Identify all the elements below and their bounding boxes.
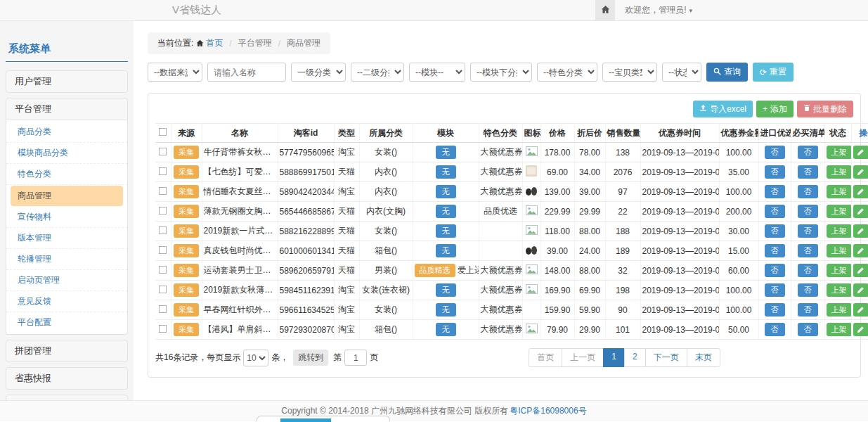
pager-button[interactable]: 末页 <box>687 348 720 367</box>
pager-button[interactable]: 1 <box>603 348 625 367</box>
row-checkbox[interactable] <box>159 226 167 234</box>
must-buy-toggle[interactable]: 否 <box>798 244 818 257</box>
must-buy-toggle[interactable]: 否 <box>798 205 818 218</box>
sidebar-subitem[interactable]: 平台配置 <box>6 312 127 333</box>
sidebar-subitem[interactable]: 轮播管理 <box>6 249 127 270</box>
batch-delete-button[interactable]: 批量删除 <box>797 101 853 117</box>
edit-button[interactable] <box>853 165 868 179</box>
user-menu[interactable]: 欢迎您，管理员! ▾ <box>625 4 692 16</box>
import-select-toggle[interactable]: 否 <box>765 264 785 277</box>
must-buy-toggle[interactable]: 否 <box>798 224 818 238</box>
must-buy-toggle[interactable]: 否 <box>798 264 818 277</box>
module-badge[interactable]: 无 <box>436 283 456 297</box>
row-checkbox[interactable] <box>159 324 167 333</box>
status-toggle[interactable]: 上架 <box>827 205 852 218</box>
must-buy-toggle[interactable]: 否 <box>798 165 818 179</box>
status-toggle[interactable]: 上架 <box>827 264 852 277</box>
must-buy-toggle[interactable]: 否 <box>798 303 818 316</box>
pager-button[interactable]: 首页 <box>529 348 562 367</box>
filter-select[interactable]: --特色分类-- <box>537 63 597 82</box>
sidebar-item-platform-mgmt[interactable]: 平台管理 <box>6 98 128 120</box>
filter-select[interactable]: 一级分类 <box>291 63 346 82</box>
import-select-toggle[interactable]: 否 <box>765 146 785 159</box>
module-badge[interactable]: 无 <box>436 205 456 218</box>
sidebar-subitem[interactable]: 宣传物料 <box>6 207 127 228</box>
sidebar-subitem[interactable]: 特色分类 <box>6 164 127 185</box>
status-toggle[interactable]: 上架 <box>827 146 852 159</box>
must-buy-toggle[interactable]: 否 <box>798 283 818 297</box>
edit-button[interactable] <box>853 303 868 316</box>
must-buy-toggle[interactable]: 否 <box>798 323 818 336</box>
sidebar-item[interactable]: 拼团管理 <box>6 340 128 362</box>
sidebar-item-user-mgmt[interactable]: 用户管理 <box>6 70 128 93</box>
sidebar-subitem[interactable]: 启动页管理 <box>6 270 127 291</box>
status-toggle[interactable]: 上架 <box>827 185 852 198</box>
module-badge[interactable]: 无 <box>436 224 456 238</box>
pager-button[interactable]: 2 <box>624 348 646 367</box>
edit-button[interactable] <box>853 283 868 297</box>
jump-page-input[interactable] <box>344 350 367 366</box>
row-checkbox[interactable] <box>159 206 167 215</box>
edit-button[interactable] <box>853 185 868 198</box>
import-select-toggle[interactable]: 否 <box>765 283 785 297</box>
filter-select[interactable]: --宝贝类型-- <box>602 63 657 82</box>
per-page-select[interactable]: 10 <box>243 350 268 366</box>
add-button[interactable]: + 添加 <box>756 101 793 117</box>
sidebar-subitem[interactable]: 版本管理 <box>6 228 127 249</box>
edit-button[interactable] <box>853 146 868 159</box>
import-excel-button[interactable]: 导入excel <box>693 101 753 117</box>
filter-select[interactable]: --二级分类-- <box>351 63 404 82</box>
import-select-toggle[interactable]: 否 <box>765 244 785 257</box>
jump-button[interactable]: 跳转到 <box>293 350 328 366</box>
edit-button[interactable] <box>853 244 868 257</box>
module-badge[interactable]: 无 <box>436 303 456 316</box>
status-toggle[interactable]: 上架 <box>827 224 852 238</box>
name-search-input[interactable] <box>207 63 286 82</box>
import-select-toggle[interactable]: 否 <box>765 185 785 198</box>
status-toggle[interactable]: 上架 <box>827 323 852 336</box>
sidebar-subitem[interactable]: 模块商品分类 <box>6 143 127 164</box>
status-toggle[interactable]: 上架 <box>827 303 852 316</box>
sidebar-subitem[interactable]: 商品分类 <box>6 122 127 143</box>
breadcrumb-home-link[interactable]: 首页 <box>196 37 223 49</box>
must-buy-toggle[interactable]: 否 <box>798 185 818 198</box>
sidebar-subitem[interactable]: 商品管理 <box>11 186 123 206</box>
data-source-select[interactable]: --数据来源-- <box>148 63 202 82</box>
row-checkbox[interactable] <box>159 305 167 313</box>
row-checkbox[interactable] <box>159 285 167 293</box>
search-button[interactable]: 查询 <box>706 63 748 82</box>
sidebar-subitem[interactable]: 意见反馈 <box>6 291 127 312</box>
import-select-toggle[interactable]: 否 <box>765 165 785 179</box>
module-badge[interactable]: 无 <box>436 165 456 179</box>
select-all-checkbox[interactable] <box>159 128 167 136</box>
row-checkbox[interactable] <box>159 245 167 254</box>
status-toggle[interactable]: 上架 <box>827 244 852 257</box>
sidebar-item[interactable]: 省惠快报 <box>6 367 128 390</box>
icp-link[interactable]: 粤ICP备16098006号 <box>510 405 586 417</box>
pager-button[interactable]: 下一页 <box>645 348 687 367</box>
row-checkbox[interactable] <box>159 147 167 155</box>
filter-select[interactable]: --模块下分类-- <box>470 63 532 82</box>
import-select-toggle[interactable]: 否 <box>765 205 785 218</box>
module-badge[interactable]: 无 <box>436 146 456 159</box>
import-select-toggle[interactable]: 否 <box>765 224 785 238</box>
pager-button[interactable]: 上一页 <box>562 348 604 367</box>
row-checkbox[interactable] <box>159 186 167 195</box>
status-toggle[interactable]: 上架 <box>827 283 852 297</box>
edit-button[interactable] <box>853 224 868 238</box>
row-checkbox[interactable] <box>159 265 167 274</box>
module-badge[interactable]: 无 <box>436 185 456 198</box>
row-checkbox[interactable] <box>159 167 167 175</box>
import-select-toggle[interactable]: 否 <box>765 303 785 316</box>
status-toggle[interactable]: 上架 <box>827 165 852 179</box>
must-buy-toggle[interactable]: 否 <box>798 146 818 159</box>
home-button[interactable] <box>595 0 615 20</box>
filter-select[interactable]: --模块-- <box>409 63 465 82</box>
edit-button[interactable] <box>853 205 868 218</box>
filter-select[interactable]: --状态-- <box>662 63 701 82</box>
sidebar-item[interactable]: 消息管理 <box>6 395 128 400</box>
edit-button[interactable] <box>853 323 868 336</box>
import-select-toggle[interactable]: 否 <box>765 323 785 336</box>
edit-button[interactable] <box>853 264 868 277</box>
reset-button[interactable]: ⟳ 重置 <box>753 63 793 82</box>
